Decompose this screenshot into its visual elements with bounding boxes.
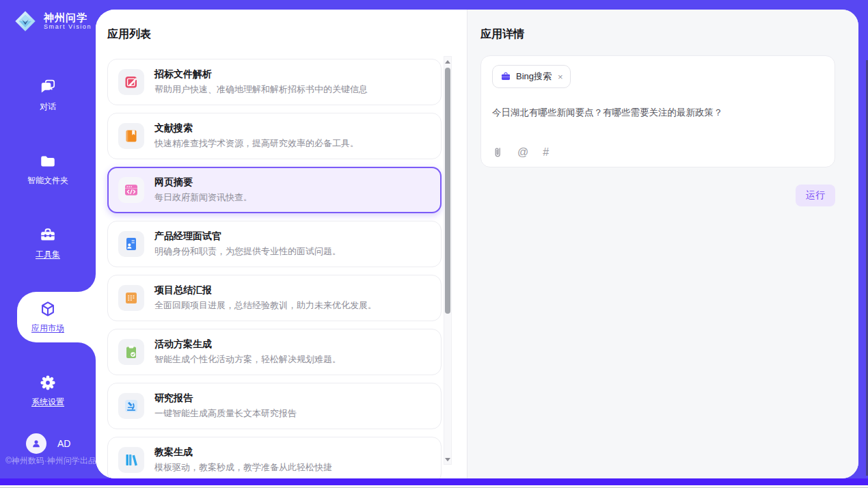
user-account[interactable]: AD: [26, 433, 70, 454]
bottom-band: [0, 478, 868, 485]
chip-close-icon[interactable]: ×: [558, 72, 563, 81]
icon-tile: [118, 447, 144, 473]
icon-tile: [118, 285, 144, 311]
copyright-footer: ©神州数码·神州问学出品: [5, 455, 96, 467]
app-name: 产品经理面试官: [154, 230, 341, 243]
tool-chip-bing-search[interactable]: Bing搜索 ×: [492, 65, 571, 88]
app-name: 招标文件解析: [154, 68, 368, 81]
app-name: 网页摘要: [154, 176, 252, 189]
interviewer-icon: [123, 236, 139, 252]
user-name: AD: [57, 438, 70, 449]
mention-icon[interactable]: @: [517, 147, 528, 158]
app-card-literature-search[interactable]: 文献搜索 快速精准查找学术资源，提高研究效率的必备工具。: [107, 113, 442, 159]
icon-tile: [118, 393, 144, 419]
app-detail-title: 应用详情: [480, 27, 835, 42]
icon-tile: [118, 231, 144, 257]
app-desc: 智能生成个性化活动方案，轻松解决规划难题。: [154, 353, 341, 366]
app-name: 项目总结汇报: [154, 284, 377, 297]
brand-subtitle: Smart Vision: [44, 23, 92, 30]
microscope-icon: [123, 398, 139, 414]
app-desc: 每日政府新闻资讯快查。: [154, 191, 252, 204]
chat-icon: [39, 79, 57, 96]
app-desc: 快速精准查找学术资源，提高研究效率的必备工具。: [154, 137, 359, 150]
memo-icon: [123, 290, 139, 306]
main-content: 应用列表 招标文件解析 帮助用户快速、准确地理解和解析招标书中的关键信息: [96, 10, 858, 478]
run-row: 运行: [480, 185, 835, 206]
app-list-panel: 应用列表 招标文件解析 帮助用户快速、准确地理解和解析招标书中的关键信息: [96, 10, 467, 478]
scroll-up-button[interactable]: [444, 57, 451, 66]
sidebar-item-chat[interactable]: 对话: [0, 75, 96, 116]
app-desc: 一键智能生成高质量长文本研究报告: [154, 407, 297, 420]
toolbox-icon: [39, 226, 57, 244]
app-name: 研究报告: [154, 392, 297, 405]
folder-icon: [39, 152, 57, 170]
book-icon: [123, 128, 139, 144]
app-card-lesson-plan[interactable]: 教案生成 模板驱动，教案秒成，教学准备从此轻松快捷: [107, 437, 442, 478]
app-cards: 招标文件解析 帮助用户快速、准确地理解和解析招标书中的关键信息 文献搜索: [107, 59, 442, 478]
sidebar-item-toolset[interactable]: 工具集: [0, 223, 96, 264]
sidebar-item-app-market[interactable]: 应用市场: [0, 297, 96, 338]
app-list-title: 应用列表: [107, 27, 467, 42]
avatar: [26, 433, 46, 454]
tool-chip-label: Bing搜索: [516, 70, 552, 83]
app-desc: 帮助用户快速、准确地理解和解析招标书中的关键信息: [154, 83, 368, 96]
cube-icon: [39, 300, 57, 318]
sidebar: 神州问学 Smart Vision 对话 智能文件夹: [0, 0, 96, 478]
app-detail-panel: 应用详情 Bing搜索 × 今日湖北有哪些新闻要点？有哪些需要关注的最新政策？: [467, 10, 858, 478]
prompt-toolbar: @ #: [492, 146, 824, 159]
sidebar-item-label: 对话: [40, 101, 56, 113]
icon-tile: [118, 69, 144, 95]
app-window: 神州问学 Smart Vision 对话 智能文件夹: [0, 0, 868, 488]
paperclip-icon[interactable]: [492, 146, 503, 159]
arrow-down-icon: [445, 458, 450, 461]
app-name: 文献搜索: [154, 122, 359, 135]
list-scrollbar[interactable]: [444, 56, 452, 465]
app-desc: 明确身份和职责，为您提供专业性的面试问题。: [154, 245, 341, 258]
app-card-tender-analysis[interactable]: 招标文件解析 帮助用户快速、准确地理解和解析招标书中的关键信息: [107, 59, 442, 105]
briefcase-icon: [500, 71, 511, 82]
topic-icon[interactable]: #: [543, 147, 549, 158]
arrow-up-icon: [445, 60, 450, 64]
tab-curve-top: [78, 274, 96, 292]
app-card-event-plan[interactable]: 活动方案生成 智能生成个性化活动方案，轻松解决规划难题。: [107, 329, 442, 375]
tender-doc-icon: [123, 74, 139, 90]
app-card-webpage-summary[interactable]: 网页摘要 每日政府新闻资讯快查。: [107, 167, 442, 213]
sidebar-item-label: 系统设置: [31, 396, 64, 408]
app-name: 活动方案生成: [154, 338, 341, 351]
app-card-project-summary[interactable]: 项目总结汇报 全面回顾项目进展，总结经验教训，助力未来优化发展。: [107, 275, 442, 321]
scrollbar-thumb[interactable]: [445, 68, 450, 314]
sidebar-item-label: 智能文件夹: [27, 175, 68, 187]
bottom-edge: [0, 485, 868, 488]
scroll-down-button[interactable]: [444, 455, 451, 464]
app-card-research-report[interactable]: 研究报告 一键智能生成高质量长文本研究报告: [107, 383, 442, 429]
books-icon: [123, 452, 139, 468]
app-name: 教案生成: [154, 446, 332, 459]
app-desc: 模板驱动，教案秒成，教学准备从此轻松快捷: [154, 461, 332, 474]
clipboard-check-icon: [123, 344, 139, 360]
icon-tile: [118, 177, 144, 203]
gem-logo-icon: [12, 8, 38, 34]
app-desc: 全面回顾项目进展，总结经验教训，助力未来优化发展。: [154, 299, 377, 312]
tab-curve-bottom: [78, 342, 96, 360]
prompt-input[interactable]: 今日湖北有哪些新闻要点？有哪些需要关注的最新政策？: [492, 106, 824, 120]
sidebar-item-smart-folder[interactable]: 智能文件夹: [0, 149, 96, 190]
sidebar-item-label: 工具集: [36, 249, 60, 260]
sidebar-item-label: 应用市场: [31, 323, 64, 334]
icon-tile: [118, 123, 144, 149]
prompt-card: Bing搜索 × 今日湖北有哪些新闻要点？有哪些需要关注的最新政策？ @ #: [480, 55, 835, 167]
brand-title: 神州问学: [44, 12, 92, 23]
sidebar-item-settings[interactable]: 系统设置: [0, 370, 96, 411]
run-button[interactable]: 运行: [796, 185, 835, 206]
icon-tile: [118, 339, 144, 365]
brand-logo: 神州问学 Smart Vision: [12, 8, 92, 34]
gear-icon: [39, 374, 57, 392]
webpage-icon: [123, 182, 139, 198]
app-card-pm-interviewer[interactable]: 产品经理面试官 明确身份和职责，为您提供专业性的面试问题。: [107, 221, 442, 267]
person-icon: [30, 437, 42, 450]
